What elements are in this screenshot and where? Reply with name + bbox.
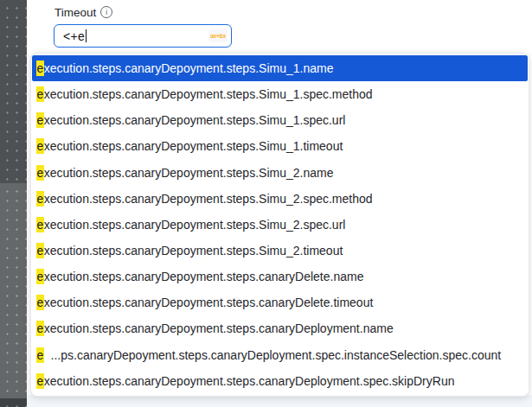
match-highlight: e [36,295,44,310]
match-highlight: e [36,112,44,128]
expression-type-badge[interactable]: ax+bx [208,29,228,42]
timeout-field-label-row: Timeout i [54,4,112,20]
dropdown-item[interactable]: execution.steps.canaryDepoyment.steps.Si… [32,212,528,238]
dropdown-item-text: xecution.steps.canaryDepoyment.steps.Sim… [44,192,373,206]
expression-autocomplete-dropdown: execution.steps.canaryDepoyment.steps.Si… [30,53,529,397]
dropdown-item[interactable]: execution.steps.canaryDepoyment.steps.ca… [32,264,528,289]
match-highlight: e [36,269,44,284]
match-highlight: e [36,165,44,181]
dropdown-item-text: xecution.steps.canaryDepoyment.steps.Sim… [44,244,343,258]
dropdown-item[interactable]: execution.steps.canaryDepoyment.steps.Si… [32,107,528,133]
dropdown-item-text: xecution.steps.canaryDepoyment.steps.Sim… [44,61,334,75]
match-highlight: e [36,60,44,76]
match-highlight: e [36,217,44,232]
match-highlight: e [36,243,44,258]
dropdown-item-text: ...ps.canaryDepoyment.steps.canaryDeploy… [44,348,501,362]
dropdown-item-text: xecution.steps.canaryDepoyment.steps.can… [44,270,364,283]
dropdown-item-text: xecution.steps.canaryDepoyment.steps.Sim… [44,113,346,127]
match-highlight: e [36,138,44,154]
dropdown-item[interactable]: execution.steps.canaryDepoyment.steps.Si… [32,55,528,81]
match-highlight: e [36,321,44,336]
panel-bottom-strip [27,395,532,407]
canvas-dark-region [0,0,27,183]
match-highlight: e [36,86,44,102]
dropdown-item[interactable]: execution.steps.canaryDepoyment.steps.Si… [32,238,528,264]
timeout-input[interactable]: <+e ax+bx [54,24,232,48]
dropdown-item[interactable]: execution.steps.canaryDepoyment.steps.ca… [32,368,528,394]
match-highlight: e [36,373,44,389]
dropdown-item-text: xecution.steps.canaryDepoyment.steps.can… [44,374,455,388]
canvas-dotted-region [0,183,27,398]
dropdown-item-text: xecution.steps.canaryDepoyment.steps.Sim… [44,87,373,101]
text-caret [86,29,87,42]
dropdown-item[interactable]: e ...ps.canaryDepoyment.steps.canaryDepl… [32,342,528,368]
dropdown-item-text: xecution.steps.canaryDepoyment.steps.can… [44,296,374,309]
dropdown-item[interactable]: execution.steps.canaryDepoyment.steps.Si… [32,81,528,107]
dropdown-item-list: execution.steps.canaryDepoyment.steps.Si… [32,55,528,394]
timeout-field-label: Timeout [54,6,96,19]
dropdown-item[interactable]: execution.steps.canaryDepoyment.steps.Si… [32,160,528,186]
dropdown-item-text: xecution.steps.canaryDepoyment.steps.Sim… [44,139,343,153]
dropdown-item[interactable]: execution.steps.canaryDepoyment.steps.ca… [32,289,528,315]
dropdown-item[interactable]: execution.steps.canaryDepoyment.steps.Si… [32,186,528,212]
dropdown-item[interactable]: execution.steps.canaryDepoyment.steps.Si… [32,133,528,159]
info-icon[interactable]: i [100,6,112,18]
timeout-input-value: <+e [54,29,85,43]
match-highlight: e [36,347,44,363]
dropdown-item-text: xecution.steps.canaryDepoyment.steps.Sim… [44,166,334,180]
dropdown-item[interactable]: execution.steps.canaryDepoyment.steps.ca… [32,315,528,341]
canvas-dark-bottom-region [0,398,27,407]
match-highlight: e [36,191,44,207]
dropdown-item-text: xecution.steps.canaryDepoyment.steps.can… [44,321,394,335]
pipeline-canvas-strip [0,0,27,407]
dropdown-item-text: xecution.steps.canaryDepoyment.steps.Sim… [44,218,346,232]
